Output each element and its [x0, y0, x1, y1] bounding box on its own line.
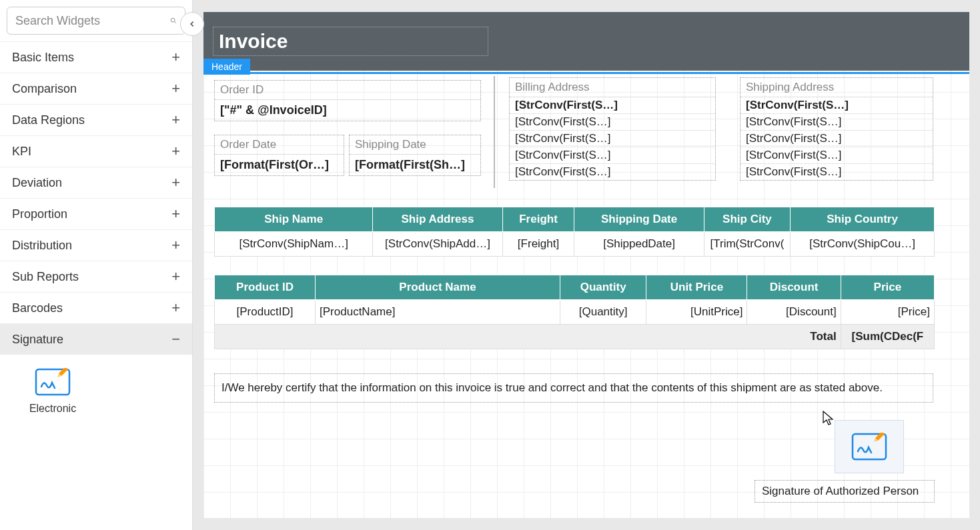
category-label: Data Regions [12, 113, 85, 127]
svg-rect-3 [853, 434, 886, 459]
category-data-regions[interactable]: Data Regions+ [0, 104, 192, 135]
field-shipping-date[interactable]: Shipping Date [Format(First(Sh…] [349, 135, 481, 176]
category-label: Distribution [12, 239, 72, 253]
field-label: Shipping Address [741, 78, 933, 97]
certification-value: I/We hereby certify that the information… [221, 381, 883, 394]
category-label: KPI [12, 145, 31, 159]
addr-line: [StrConv(First(S…] [741, 113, 933, 130]
addr-line: [StrConv(First(S…] [741, 163, 933, 180]
col-freight[interactable]: Freight [502, 207, 574, 232]
cell: [StrConv(ShipAdd…] [373, 232, 502, 257]
table-header-row: Ship Name Ship Address Freight Shipping … [215, 207, 935, 232]
search-icon [170, 14, 177, 27]
category-kpi[interactable]: KPI+ [0, 135, 192, 167]
category-basic-items[interactable]: Basic Items+ [0, 41, 192, 73]
addr-line: [StrConv(First(S…] [741, 130, 933, 147]
category-distribution[interactable]: Distribution+ [0, 229, 192, 261]
col-ship-country[interactable]: Ship Country [791, 207, 935, 232]
product-table[interactable]: Product ID Product Name Quantity Unit Pr… [214, 275, 935, 349]
col-unit-price[interactable]: Unit Price [646, 275, 747, 300]
report-header-band[interactable]: Invoice Header [203, 12, 969, 71]
signature-caption-text: Signature of Authorized Person [762, 485, 919, 497]
category-label: Proportion [12, 207, 67, 221]
cell: [Quantity] [560, 300, 646, 325]
vertical-separator [494, 76, 495, 188]
plus-icon: + [171, 174, 180, 191]
field-order-date[interactable]: Order Date [Format(First(Or…] [214, 135, 344, 176]
addr-line: [StrConv(First(S…] [510, 163, 715, 180]
addr-line: [StrConv(First(S…] [510, 97, 715, 113]
widget-sidebar: Basic Items+ Comparison+ Data Regions+ K… [0, 0, 193, 530]
minus-icon: − [171, 331, 180, 348]
header-title-textbox[interactable]: Invoice [213, 27, 488, 56]
cell: [UnitPrice] [646, 300, 747, 325]
table-header-row: Product ID Product Name Quantity Unit Pr… [215, 275, 935, 300]
certification-text[interactable]: I/We hereby certify that the information… [214, 373, 933, 403]
cell: [StrConv(ShipNam…] [215, 232, 373, 257]
header-title-text: Invoice [219, 30, 288, 53]
category-label: Signature [12, 333, 63, 347]
cell: [Price] [841, 300, 934, 325]
cursor-icon [823, 411, 836, 427]
category-label: Deviation [12, 176, 62, 190]
category-label: Barcodes [12, 301, 63, 315]
field-label: Order ID [215, 81, 480, 100]
widget-grid: Electronic [0, 355, 192, 439]
category-proportion[interactable]: Proportion+ [0, 198, 192, 229]
collapse-sidebar-button[interactable] [180, 12, 204, 36]
table-row[interactable]: [StrConv(ShipNam…] [StrConv(ShipAdd…] [F… [215, 232, 935, 257]
category-deviation[interactable]: Deviation+ [0, 167, 192, 198]
chevron-left-icon [187, 19, 197, 29]
total-label: Total [215, 325, 841, 349]
designer-canvas[interactable]: Invoice Header Order ID ["#" & @InvoiceI… [203, 12, 969, 518]
table-row[interactable]: [ProductID] [ProductName] [Quantity] [Un… [215, 300, 935, 325]
plus-icon: + [171, 237, 180, 254]
category-comparison[interactable]: Comparison+ [0, 73, 192, 104]
plus-icon: + [171, 299, 180, 317]
addr-line: [StrConv(First(S…] [510, 113, 715, 130]
signature-widget-drop[interactable] [835, 420, 904, 473]
col-product-id[interactable]: Product ID [215, 275, 316, 300]
search-input-wrapper[interactable] [7, 7, 185, 35]
table-total-row[interactable]: Total [Sum(CDec(F [215, 325, 935, 349]
field-value: ["#" & @InvoiceID] [215, 100, 480, 121]
field-order-id[interactable]: Order ID ["#" & @InvoiceID] [214, 80, 481, 121]
category-label: Comparison [12, 82, 77, 96]
search-input[interactable] [15, 14, 170, 28]
col-quantity[interactable]: Quantity [560, 275, 646, 300]
plus-icon: + [171, 268, 180, 285]
col-ship-city[interactable]: Ship City [704, 207, 790, 232]
col-product-name[interactable]: Product Name [316, 275, 560, 300]
signature-icon [35, 368, 71, 396]
cell: [Trim(StrConv( [704, 232, 790, 257]
ship-table[interactable]: Ship Name Ship Address Freight Shipping … [214, 207, 935, 257]
signature-caption-box[interactable]: Signature of Authorized Person [755, 480, 935, 503]
col-price[interactable]: Price [841, 275, 934, 300]
col-ship-address[interactable]: Ship Address [373, 207, 502, 232]
field-billing-address[interactable]: Billing Address [StrConv(First(S…] [StrC… [509, 77, 716, 181]
total-value: [Sum(CDec(F [841, 325, 934, 349]
header-underline [203, 72, 969, 74]
col-discount[interactable]: Discount [747, 275, 841, 300]
field-shipping-address[interactable]: Shipping Address [StrConv(First(S…] [Str… [740, 77, 933, 181]
category-signature[interactable]: Signature− [0, 323, 192, 355]
plus-icon: + [171, 143, 180, 160]
category-list: Basic Items+ Comparison+ Data Regions+ K… [0, 41, 192, 530]
col-ship-name[interactable]: Ship Name [215, 207, 373, 232]
field-value: [Format(First(Sh…] [350, 155, 480, 175]
plus-icon: + [171, 111, 180, 129]
category-sub-reports[interactable]: Sub Reports+ [0, 261, 192, 292]
field-label: Billing Address [510, 78, 715, 97]
field-label: Shipping Date [350, 135, 480, 155]
widget-electronic-signature[interactable]: Electronic [9, 364, 96, 419]
signature-icon [851, 433, 887, 461]
category-label: Basic Items [12, 51, 74, 65]
field-label: Order Date [215, 135, 344, 155]
addr-line: [StrConv(First(S…] [510, 147, 715, 163]
col-shipping-date[interactable]: Shipping Date [574, 207, 704, 232]
svg-line-1 [174, 21, 175, 23]
addr-line: [StrConv(First(S…] [510, 130, 715, 147]
addr-line: [StrConv(First(S…] [741, 147, 933, 163]
addr-line: [StrConv(First(S…] [741, 97, 933, 113]
category-barcodes[interactable]: Barcodes+ [0, 292, 192, 323]
